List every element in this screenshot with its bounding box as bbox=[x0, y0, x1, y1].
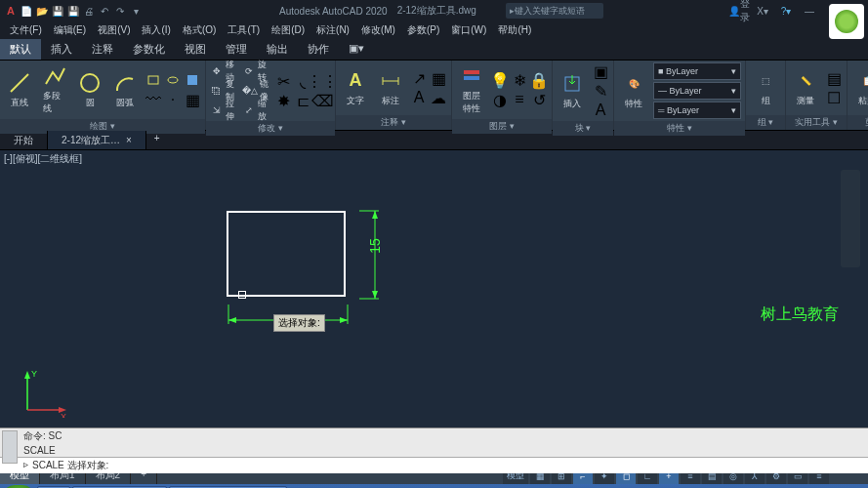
menu-help[interactable]: 帮助(H) bbox=[492, 21, 537, 39]
ribtab-output[interactable]: 输出 bbox=[257, 39, 298, 60]
app-icon[interactable]: A bbox=[4, 4, 18, 18]
dimension-vertical bbox=[359, 209, 389, 303]
layeron-icon[interactable]: 💡 bbox=[491, 71, 509, 89]
qat-saveas-icon[interactable]: 💾 bbox=[66, 4, 80, 18]
viewport-label[interactable]: [-][俯视][二维线框] bbox=[4, 152, 82, 166]
explode-icon[interactable]: ✸ bbox=[274, 92, 292, 109]
exchange-icon[interactable]: X▾ bbox=[755, 3, 770, 19]
paste-button[interactable]: 📋粘贴 bbox=[851, 67, 868, 109]
nav-bar[interactable] bbox=[841, 170, 860, 267]
cloud-icon[interactable]: ☁ bbox=[430, 89, 447, 106]
qat-more-icon[interactable]: ▾ bbox=[129, 4, 143, 18]
layerprev-icon[interactable]: ↺ bbox=[530, 91, 548, 108]
search-input[interactable]: ▸ 键入关键字或短语 bbox=[506, 3, 603, 19]
circle-button[interactable]: 圆 bbox=[74, 69, 105, 111]
doctab-current[interactable]: 2-12缩放工…× bbox=[48, 131, 146, 149]
qat-save-icon[interactable]: 💾 bbox=[51, 4, 64, 18]
layeriso-icon[interactable]: ◑ bbox=[491, 91, 509, 108]
attr-block-icon[interactable]: A bbox=[592, 102, 609, 119]
ribtab-manage[interactable]: 管理 bbox=[216, 39, 257, 60]
dim-button[interactable]: 标注 bbox=[375, 67, 406, 109]
props-button[interactable]: 🎨特性 bbox=[618, 70, 649, 112]
menu-file[interactable]: 文件(F) bbox=[4, 21, 48, 39]
mtext-icon[interactable]: A bbox=[410, 89, 428, 106]
spline-icon[interactable]: 〰 bbox=[145, 91, 162, 108]
help-icon[interactable]: ?▾ bbox=[778, 3, 794, 19]
qat-new-icon[interactable]: 📄 bbox=[20, 4, 33, 18]
menu-view[interactable]: 视图(V) bbox=[92, 21, 136, 39]
rect-icon[interactable] bbox=[145, 71, 162, 89]
erase-icon[interactable]: ⌫ bbox=[313, 92, 331, 109]
panel-layer-label[interactable]: 图层 ▾ bbox=[452, 119, 552, 134]
ribtab-param[interactable]: 参数化 bbox=[123, 39, 175, 60]
panel-props-label[interactable]: 特性 ▾ bbox=[614, 121, 745, 136]
qat-undo-icon[interactable]: ↶ bbox=[98, 4, 111, 18]
insert-button[interactable]: 插入 bbox=[557, 70, 588, 112]
panel-block-label[interactable]: 块 ▾ bbox=[553, 121, 613, 136]
table-icon[interactable]: ▦ bbox=[430, 69, 447, 87]
ltype-combo[interactable]: — ByLayer▾ bbox=[653, 82, 741, 100]
panel-clip-label[interactable]: 剪贴板 bbox=[847, 115, 868, 130]
panel-modify-label[interactable]: 修改 ▾ bbox=[206, 121, 335, 136]
edit-block-icon[interactable]: ✎ bbox=[592, 82, 609, 100]
measure-button[interactable]: 📏测量 bbox=[790, 67, 821, 109]
ribtab-insert[interactable]: 插入 bbox=[41, 39, 82, 60]
panel-annot-label[interactable]: 注释 ▾ bbox=[336, 115, 451, 130]
menu-param[interactable]: 参数(P) bbox=[401, 21, 445, 39]
offset-icon[interactable]: ⊏ bbox=[294, 92, 311, 109]
polyline-button[interactable]: 多段线 bbox=[39, 62, 70, 117]
calc-icon[interactable]: ▤ bbox=[825, 69, 843, 87]
ribtab-default[interactable]: 默认 bbox=[0, 39, 41, 60]
menu-window[interactable]: 窗口(W) bbox=[445, 21, 492, 39]
ribtab-view[interactable]: 视图 bbox=[175, 39, 216, 60]
menu-dim[interactable]: 标注(N) bbox=[310, 21, 355, 39]
leader-icon[interactable]: ↗ bbox=[410, 69, 428, 87]
qat-open-icon[interactable]: 📂 bbox=[35, 4, 49, 18]
text-button[interactable]: A文字 bbox=[340, 67, 371, 109]
doc-title: 2-12缩放工具.dwg bbox=[397, 4, 476, 18]
panel-group-label[interactable]: 组 ▾ bbox=[746, 115, 785, 130]
command-input[interactable]: ▹SCALE 选择对象: bbox=[0, 457, 868, 473]
create-block-icon[interactable]: ▣ bbox=[592, 62, 609, 80]
command-area[interactable]: 命令: SC SCALE ▹SCALE 选择对象: bbox=[0, 427, 868, 467]
login-button[interactable]: 👤 登录 bbox=[731, 3, 747, 19]
ribtab-extra-icon[interactable]: ▣▾ bbox=[339, 39, 374, 60]
menu-insert[interactable]: 插入(I) bbox=[136, 21, 176, 39]
stretch-button[interactable]: ⇲拉伸 bbox=[210, 102, 238, 119]
doctab-plus[interactable]: + bbox=[146, 131, 168, 149]
group-button[interactable]: ⬚组 bbox=[750, 67, 781, 109]
menu-edit[interactable]: 编辑(E) bbox=[48, 21, 92, 39]
arc-button[interactable]: 圆弧 bbox=[109, 69, 141, 111]
scale-button[interactable]: ⤢缩放 bbox=[242, 102, 270, 119]
svg-text:Y: Y bbox=[31, 369, 37, 379]
doctab-start[interactable]: 开始 bbox=[0, 131, 48, 149]
ribtab-collab[interactable]: 协作 bbox=[298, 39, 339, 60]
select-icon[interactable]: ☐ bbox=[825, 89, 843, 106]
cmd-handle-icon[interactable] bbox=[2, 430, 18, 464]
menu-modify[interactable]: 修改(M) bbox=[355, 21, 401, 39]
doctab-close-icon[interactable]: × bbox=[126, 135, 132, 145]
region-icon[interactable]: ▦ bbox=[184, 91, 201, 108]
menu-format[interactable]: 格式(O) bbox=[177, 21, 222, 39]
drawing-area[interactable]: [-][俯视][二维线框] 15 选择对象: 树上鸟教育 Y X 图链手游网 T… bbox=[0, 150, 868, 427]
color-combo[interactable]: ■ ByLayer▾ bbox=[653, 62, 741, 80]
point-icon[interactable]: · bbox=[164, 91, 182, 108]
ellipse-icon[interactable] bbox=[164, 71, 182, 89]
layerfreeze-icon[interactable]: ❄ bbox=[511, 71, 528, 89]
qat-plot-icon[interactable]: 🖨 bbox=[82, 4, 96, 18]
hatch-icon[interactable] bbox=[184, 71, 201, 89]
layerlock-icon[interactable]: 🔒 bbox=[530, 71, 548, 89]
menu-tools[interactable]: 工具(T) bbox=[222, 21, 266, 39]
min-icon[interactable]: — bbox=[802, 3, 817, 19]
panel-layer2: 图层 特性 💡 ❄ 🔒 ◑ ≡ ↺ 图层 ▾ bbox=[452, 61, 553, 130]
menu-draw[interactable]: 绘图(D) bbox=[266, 21, 310, 39]
panel-util-label[interactable]: 实用工具 ▾ bbox=[786, 115, 847, 130]
ribtab-annot[interactable]: 注释 bbox=[82, 39, 123, 60]
array-icon[interactable]: ⋮⋮ bbox=[313, 72, 331, 90]
lweight-combo[interactable]: ═ ByLayer▾ bbox=[653, 102, 741, 119]
line-button[interactable]: 直线 bbox=[4, 69, 35, 111]
layermatch-icon[interactable]: ≡ bbox=[511, 91, 528, 108]
layerprop-button[interactable]: 图层 特性 bbox=[456, 62, 487, 117]
trim-icon[interactable]: ✂ bbox=[274, 72, 292, 90]
qat-redo-icon[interactable]: ↷ bbox=[113, 4, 127, 18]
